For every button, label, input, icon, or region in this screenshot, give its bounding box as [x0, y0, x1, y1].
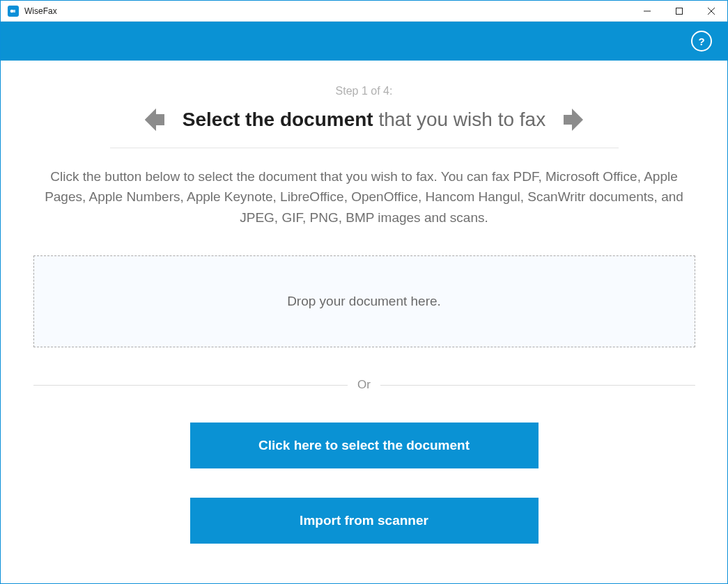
- titlebar: WiseFax: [1, 1, 727, 22]
- step-indicator: Step 1 of 4:: [336, 85, 393, 97]
- select-document-button[interactable]: Click here to select the document: [190, 423, 539, 468]
- step-heading-rest: that you wish to fax: [373, 109, 545, 130]
- import-from-scanner-button[interactable]: Import from scanner: [190, 498, 539, 544]
- or-separator: Or: [33, 378, 695, 392]
- dropzone-label: Drop your document here.: [287, 294, 441, 309]
- main-content: Step 1 of 4: Select the document that yo…: [1, 61, 727, 583]
- maximize-button[interactable]: [663, 1, 695, 22]
- svg-rect-6: [564, 115, 578, 125]
- svg-rect-2: [676, 8, 683, 14]
- svg-rect-5: [150, 115, 164, 125]
- svg-point-0: [10, 9, 14, 13]
- separator-line-right: [380, 385, 695, 386]
- app-header: ?: [1, 22, 727, 61]
- app-icon: [8, 6, 19, 17]
- step-heading-bold: Select the document: [183, 109, 373, 130]
- help-icon: ?: [698, 35, 704, 47]
- app-window: WiseFax ? Step 1 of 4: Select the docume…: [0, 0, 728, 584]
- document-dropzone[interactable]: Drop your document here.: [33, 255, 695, 347]
- window-controls: [631, 1, 727, 22]
- import-scanner-label: Import from scanner: [300, 513, 428, 528]
- or-label: Or: [357, 378, 371, 392]
- separator-line-left: [33, 385, 348, 386]
- next-step-arrow[interactable]: [561, 104, 591, 135]
- close-button[interactable]: [695, 1, 727, 22]
- window-title: WiseFax: [24, 6, 57, 16]
- previous-step-arrow[interactable]: [137, 104, 167, 135]
- step-heading-row: Select the document that you wish to fax: [137, 104, 591, 135]
- step-heading: Select the document that you wish to fax: [183, 109, 545, 131]
- heading-divider: [110, 148, 619, 148]
- help-button[interactable]: ?: [691, 31, 712, 52]
- select-document-label: Click here to select the document: [258, 438, 470, 453]
- minimize-button[interactable]: [631, 1, 663, 22]
- instructions-text: Click the button below to select the doc…: [37, 166, 692, 228]
